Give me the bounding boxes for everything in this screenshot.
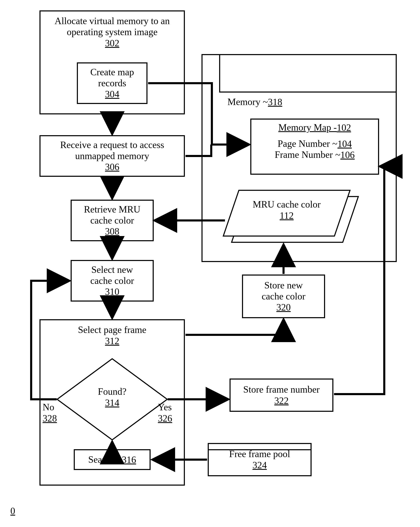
select-new-cc-box: Select new cache color 310 <box>71 260 154 302</box>
memory-map-frame-ref: 106 <box>340 149 355 160</box>
receive-line1: Receive a request to access <box>60 140 164 151</box>
receive-line2: unmapped memory <box>75 151 149 162</box>
free-pool-header-divider <box>208 449 312 450</box>
select-pf-line1: Select page frame <box>78 324 146 335</box>
store-frame-ref: 322 <box>274 395 289 406</box>
mru-cc-ref: 112 <box>280 210 294 221</box>
mru-cc-line1: MRU cache color <box>253 199 321 210</box>
store-frame-number-box: Store frame number 322 <box>230 379 333 412</box>
figure-footer-ref: 0 <box>10 505 15 516</box>
receive-request-box: Receive a request to access unmapped mem… <box>40 135 185 177</box>
found-ref: 314 <box>105 397 119 408</box>
retrieve-mru-line2: cache color <box>90 215 134 226</box>
select-pf-ref: 312 <box>105 335 119 346</box>
free-frame-pool-box: Free frame pool 324 <box>208 443 312 476</box>
yes-ref: 326 <box>158 413 172 424</box>
memory-label-box: Memory ~ 318 <box>227 96 315 108</box>
create-map-ref: 304 <box>105 88 119 100</box>
select-cc-ref: 310 <box>105 286 119 297</box>
select-cc-line1: Select new <box>91 264 133 275</box>
memory-map-box: Memory Map - 102 Page Number ~ 104 Frame… <box>250 119 379 175</box>
retrieve-mru-ref: 308 <box>105 226 119 237</box>
mru-cache-color-box: MRU cache color 112 <box>243 197 330 224</box>
no-ref: 328 <box>42 413 57 424</box>
receive-ref: 306 <box>105 161 119 172</box>
memory-map-frame-row: Frame Number ~ 106 <box>275 149 355 160</box>
yes-label-box: Yes 326 <box>158 401 181 424</box>
found-decision-content: Found? 314 <box>83 385 141 410</box>
allocate-ref: 302 <box>105 38 119 49</box>
store-new-cc-box: Store new cache color 320 <box>242 274 325 318</box>
no-label: No <box>42 402 54 413</box>
store-cc-line2: cache color <box>262 291 305 302</box>
memory-label: Memory ~ <box>227 97 268 108</box>
retrieve-mru-line1: Retrieve MRU <box>84 204 140 215</box>
search-ref: 316 <box>122 454 136 465</box>
create-map-line1: Create map <box>90 67 134 78</box>
memory-map-page: Page Number ~ <box>277 138 337 149</box>
memory-map-page-row: Page Number ~ 104 <box>277 138 352 149</box>
allocate-line1: Allocate virtual memory to an <box>55 16 170 27</box>
store-frame-line1: Store frame number <box>243 384 320 395</box>
retrieve-mru-box: Retrieve MRU cache color 308 <box>71 200 154 241</box>
memory-map-page-ref: 104 <box>337 138 352 149</box>
memory-inner-divider-vert <box>219 54 220 93</box>
allocate-line2: operating system image <box>67 27 158 38</box>
store-cc-line1: Store new <box>264 280 303 291</box>
memory-map-frame: Frame Number ~ <box>275 149 340 160</box>
select-cc-line2: cache color <box>90 275 134 286</box>
memory-map-title-row: Memory Map - 102 <box>278 122 351 133</box>
memory-map-title-ref: 102 <box>337 122 351 133</box>
found-label: Found? <box>98 386 126 397</box>
create-map-line2: records <box>98 78 126 89</box>
memory-ref: 318 <box>268 97 282 108</box>
no-label-box: No 328 <box>42 401 65 424</box>
search-label: Search ~ <box>88 454 122 465</box>
store-cc-ref: 320 <box>276 302 291 313</box>
search-box: Search ~ 316 <box>74 449 151 470</box>
memory-map-title: Memory Map - <box>278 122 337 133</box>
memory-inner-divider-horiz <box>219 91 397 93</box>
yes-label: Yes <box>158 402 172 413</box>
free-pool-ref: 324 <box>252 460 267 471</box>
create-map-records-box: Create map records 304 <box>77 62 147 104</box>
